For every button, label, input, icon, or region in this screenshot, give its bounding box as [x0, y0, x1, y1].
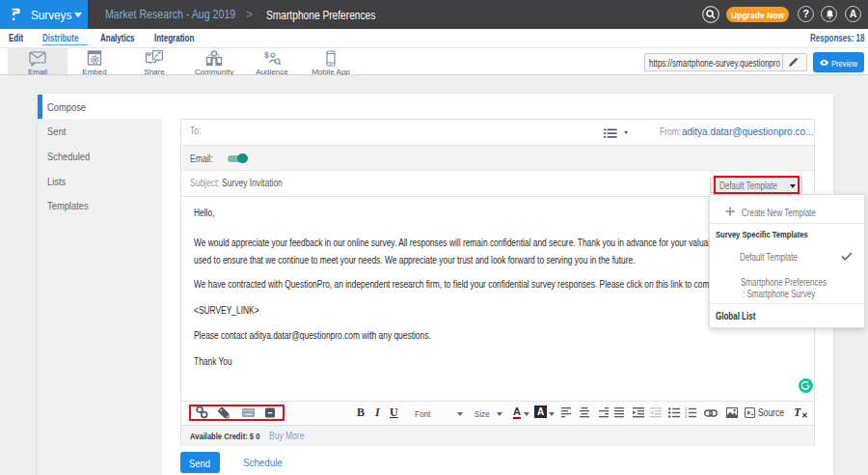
- svg-text:$: $: [264, 50, 269, 60]
- svg-text:3: 3: [685, 414, 688, 418]
